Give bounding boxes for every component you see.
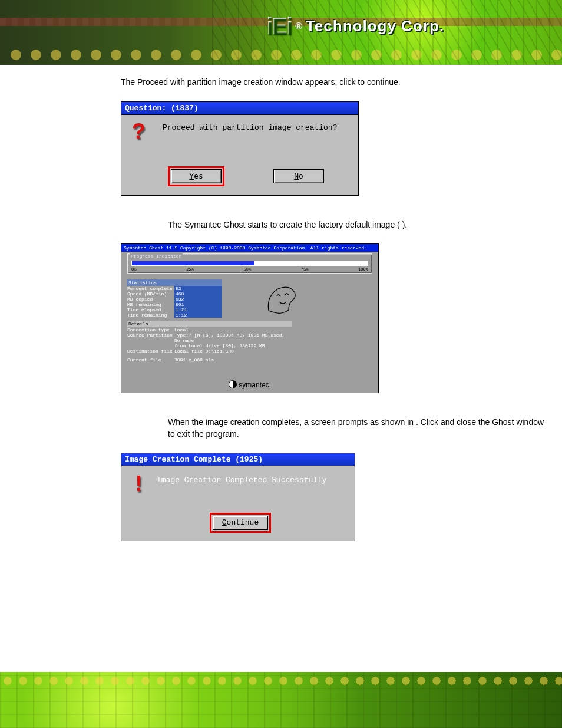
logo-suffix: Technology Corp. bbox=[306, 17, 444, 35]
dialog-title: Image Creation Complete (1925) bbox=[121, 453, 355, 466]
btn-rest: es bbox=[194, 172, 203, 180]
stat-value: 52 bbox=[174, 286, 222, 291]
det-label: Source Partition bbox=[127, 332, 174, 343]
btn-rest: o bbox=[299, 172, 303, 180]
stat-value: 632 bbox=[174, 297, 222, 302]
dialog-message: Proceed with partition image creation? bbox=[163, 123, 337, 132]
det-label: Connection type bbox=[127, 327, 174, 332]
logo-text: iEi bbox=[266, 13, 292, 39]
step-11-text: The Proceed with partition image creatio… bbox=[121, 77, 545, 88]
text-fragment: When the image creation completes, a scr… bbox=[168, 417, 416, 427]
figure-question-dialog: Question: (1837) Proceed with partition … bbox=[121, 101, 545, 196]
stat-label: MB copied bbox=[127, 297, 174, 302]
question-dialog: Question: (1837) Proceed with partition … bbox=[121, 101, 359, 196]
scale-tick: 75% bbox=[301, 267, 309, 272]
underline-char: N bbox=[294, 172, 299, 180]
dialog-message: Image Creation Completed Successfully bbox=[157, 476, 327, 485]
footer-banner bbox=[0, 672, 562, 728]
figure-ghost-window: Symantec Ghost 11.5 Copyright (C) 1998-2… bbox=[121, 243, 545, 393]
progress-label: Progress Indicator bbox=[130, 253, 183, 259]
exclamation-icon: ! bbox=[132, 472, 146, 498]
symantec-logo: symantec. bbox=[121, 380, 378, 389]
scale-tick: 25% bbox=[186, 267, 194, 272]
det-value: Local file D:\iei.GHO bbox=[174, 348, 292, 354]
det-value: Type:7 [NTFS], 100006 MB, 1951 MB used, … bbox=[174, 332, 292, 343]
underline-char: Y bbox=[189, 172, 194, 180]
step-12-text: The Symantec Ghost starts to create the … bbox=[168, 219, 545, 231]
ghost-details: Details Connection typeLocal Source Part… bbox=[127, 321, 292, 363]
step-13-text: When the image creation completes, a scr… bbox=[168, 417, 545, 440]
details-header: Details bbox=[127, 321, 292, 327]
dialog-title: Question: (1837) bbox=[121, 102, 358, 115]
progress-bar bbox=[131, 261, 368, 266]
stat-label: Percent complete bbox=[127, 286, 174, 291]
stat-label: Time remaining bbox=[127, 312, 174, 318]
btn-rest: ontinue bbox=[227, 518, 259, 527]
symantec-text: symantec. bbox=[239, 381, 271, 389]
stat-label: Time elapsed bbox=[127, 307, 174, 312]
ghost-statistics: Statistics Percent complete52 Speed (MB/… bbox=[127, 279, 222, 318]
scale-tick: 0% bbox=[131, 267, 136, 272]
text-fragment: ). bbox=[402, 220, 408, 229]
complete-dialog: Image Creation Complete (1925) ! Image C… bbox=[121, 453, 355, 541]
progress-indicator-box: Progress Indicator 0% 25% 50% 75% 100% bbox=[127, 253, 372, 274]
text-fragment: The Symantec Ghost starts to create the … bbox=[168, 220, 400, 229]
scale-tick: 100% bbox=[358, 267, 368, 272]
ghost-window: Symantec Ghost 11.5 Copyright (C) 1998-2… bbox=[121, 243, 379, 393]
det-label: Current file bbox=[127, 357, 174, 363]
text-fragment: The Proceed with partition image creatio… bbox=[121, 77, 358, 87]
registered-mark: ® bbox=[295, 21, 302, 32]
text-fragment: to continue. bbox=[358, 77, 400, 87]
figure-complete-dialog: Image Creation Complete (1925) ! Image C… bbox=[121, 453, 545, 541]
scale-tick: 50% bbox=[243, 267, 251, 272]
det-value: from Local drive [80], 130129 MB bbox=[174, 343, 292, 348]
progress-scale: 0% 25% 50% 75% 100% bbox=[131, 267, 368, 272]
decorative-dots bbox=[0, 673, 562, 691]
stat-value: 561 bbox=[174, 302, 222, 307]
det-value: 3891 c_869.nls bbox=[174, 357, 292, 363]
underline-char: C bbox=[222, 518, 227, 527]
question-mark-icon bbox=[132, 120, 151, 143]
brand-logo: iEi ® Technology Corp. bbox=[266, 13, 444, 39]
det-value: Local bbox=[174, 327, 292, 332]
stat-value: 468 bbox=[174, 291, 222, 297]
text-fragment: . Click bbox=[416, 417, 441, 427]
ghost-face-icon bbox=[263, 284, 298, 317]
stats-header: Statistics bbox=[127, 279, 222, 286]
ghost-title-bar: Symantec Ghost 11.5 Copyright (C) 1998-2… bbox=[121, 244, 378, 252]
no-button[interactable]: No bbox=[273, 169, 324, 183]
det-label bbox=[127, 343, 174, 348]
symantec-swirl-icon bbox=[229, 380, 237, 388]
decorative-dots bbox=[6, 39, 562, 62]
continue-button[interactable]: Continue bbox=[213, 516, 268, 530]
stat-label: MB remaining bbox=[127, 302, 174, 307]
progress-fill bbox=[132, 261, 254, 265]
header-banner: iEi ® Technology Corp. bbox=[0, 0, 562, 65]
stat-label: Speed (MB/min) bbox=[127, 291, 174, 297]
page-content: The Proceed with partition image creatio… bbox=[121, 77, 545, 559]
stat-value: 1:12 bbox=[174, 312, 222, 318]
stat-value: 1:21 bbox=[174, 307, 222, 312]
det-label: Destination file bbox=[127, 348, 174, 354]
yes-button[interactable]: Yes bbox=[171, 169, 222, 183]
